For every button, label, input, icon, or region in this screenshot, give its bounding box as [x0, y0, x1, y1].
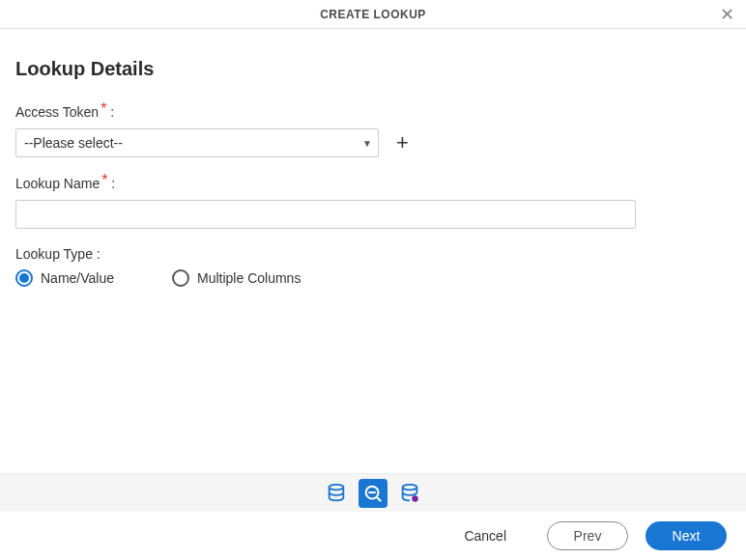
step-database-icon[interactable]	[322, 479, 351, 508]
chevron-down-icon: ▼	[362, 138, 372, 149]
dialog-content: Lookup Details Access Token* : --Please …	[0, 29, 746, 287]
lookup-name-label: Lookup Name* :	[15, 175, 731, 192]
svg-line-3	[377, 496, 382, 501]
radio-inner-dot	[19, 273, 29, 283]
close-icon: ✕	[720, 5, 734, 24]
dialog-footer: Cancel Prev Next	[0, 512, 746, 560]
step-config-icon[interactable]	[395, 479, 424, 508]
dialog-title: CREATE LOOKUP	[320, 8, 426, 21]
lookup-type-radios: Name/Value Multiple Columns	[15, 269, 731, 287]
access-token-select[interactable]: --Please select-- ▼	[15, 128, 379, 157]
lookup-name-label-text: Lookup Name	[15, 176, 100, 191]
access-token-value: --Please select--	[24, 135, 123, 151]
section-title: Lookup Details	[15, 58, 731, 80]
next-button[interactable]: Next	[646, 521, 727, 550]
step-search-icon[interactable]	[359, 479, 387, 508]
radio-label-name-value: Name/Value	[41, 270, 114, 286]
close-button[interactable]: ✕	[720, 6, 734, 23]
radio-icon-unchecked	[172, 269, 189, 287]
wizard-stepper	[0, 473, 746, 512]
lookup-name-group: Lookup Name* :	[15, 175, 731, 229]
lookup-type-label-text: Lookup Type	[15, 246, 93, 262]
radio-label-multiple-columns: Multiple Columns	[197, 270, 301, 286]
cancel-button[interactable]: Cancel	[441, 521, 530, 550]
plus-icon: +	[396, 130, 409, 154]
dialog-header: CREATE LOOKUP ✕	[0, 0, 746, 29]
required-asterisk: *	[101, 172, 107, 188]
lookup-type-group: Lookup Type : Name/Value Multiple Column…	[15, 246, 731, 287]
access-token-row: --Please select-- ▼ +	[15, 128, 731, 157]
access-token-label-text: Access Token	[15, 104, 99, 120]
required-asterisk: *	[100, 100, 106, 117]
svg-point-5	[413, 496, 417, 501]
radio-icon-checked	[15, 269, 33, 287]
radio-name-value[interactable]: Name/Value	[15, 269, 114, 287]
prev-button[interactable]: Prev	[547, 521, 628, 550]
radio-multiple-columns[interactable]: Multiple Columns	[172, 269, 301, 287]
add-access-token-button[interactable]: +	[392, 130, 413, 155]
access-token-group: Access Token* : --Please select-- ▼ +	[15, 103, 731, 157]
svg-point-0	[330, 484, 344, 490]
lookup-type-label: Lookup Type :	[15, 246, 731, 262]
lookup-name-input[interactable]	[15, 200, 636, 229]
svg-point-4	[403, 484, 417, 490]
access-token-label: Access Token* :	[15, 103, 731, 121]
